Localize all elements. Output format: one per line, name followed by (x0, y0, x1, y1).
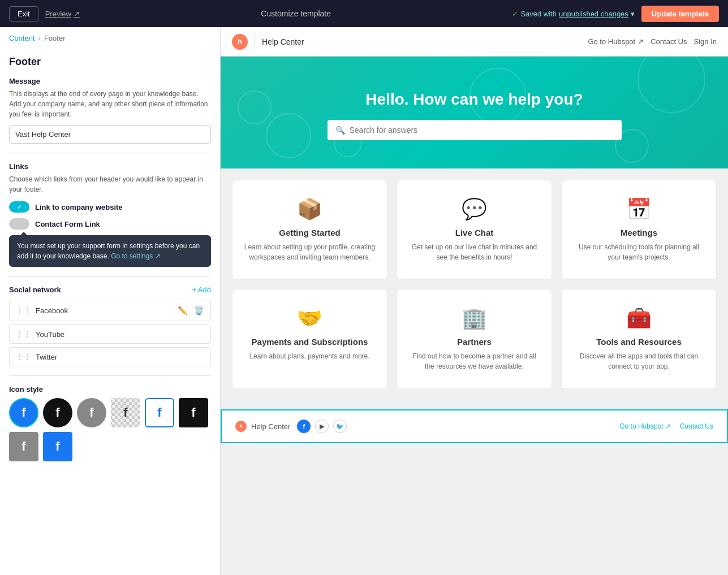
tooltip-text: You must set up your support form in set… (17, 242, 200, 260)
left-panel: Content › Footer Footer Message This dis… (0, 27, 221, 575)
icon-style-blue-circle[interactable]: f (9, 398, 38, 427)
tooltip-arrow (20, 232, 27, 235)
social-name-youtube: YouTube (36, 330, 205, 339)
footer-facebook-icon[interactable]: f (297, 420, 311, 433)
card-desc-getting-started: Learn about setting up your profile, cre… (244, 242, 376, 262)
nav-contact-us[interactable]: Contact Us (651, 37, 687, 46)
icon-style-gray-circle[interactable]: f (77, 398, 106, 427)
hubspot-logo-icon: h (232, 34, 248, 50)
delete-facebook-button[interactable]: 🗑️ (193, 305, 205, 316)
svg-text:h: h (238, 38, 242, 46)
main-layout: Content › Footer Footer Message This dis… (0, 27, 728, 575)
card-partners[interactable]: 🏢 Partners Find out how to become a part… (397, 289, 552, 389)
icon-style-blue-square[interactable]: f (43, 432, 72, 461)
card-meetings[interactable]: 📅 Meetings Use our scheduling tools for … (561, 180, 717, 280)
footer-links: Go to Hubspot ↗ Contact Us (619, 422, 713, 430)
nav-goto-hubspot[interactable]: Go to Hubspot ↗ (588, 37, 644, 46)
company-website-label: Link to company website (35, 203, 123, 211)
message-input[interactable] (9, 125, 211, 144)
card-icon-payments: 🤝 (244, 306, 376, 330)
exit-button[interactable]: Exit (9, 6, 38, 21)
hero-title: Hello. How can we help you? (232, 90, 717, 109)
contact-form-label: Contact Form Link (35, 220, 100, 228)
card-live-chat[interactable]: 💬 Live Chat Get set up on our live chat … (397, 180, 552, 280)
panel-content: Footer Message This displays at the end … (0, 47, 220, 470)
tooltip-box: You must set up your support form in set… (9, 235, 211, 267)
card-title-partners: Partners (408, 337, 540, 347)
card-title-getting-started: Getting Started (244, 228, 376, 237)
search-bar[interactable]: 🔍 (328, 120, 622, 140)
company-website-toggle[interactable]: ✓ (9, 201, 29, 213)
footer-youtube-icon[interactable]: ▶ (315, 420, 329, 433)
card-icon-partners: 🏢 (408, 306, 540, 330)
section-title: Footer (9, 56, 211, 68)
preview-button[interactable]: Preview ↗ (45, 10, 80, 18)
top-bar: Exit Preview ↗ Customize template ✓ Save… (0, 0, 728, 27)
page-title: Customize template (87, 9, 505, 18)
links-desc: Choose which links from your header you … (9, 174, 211, 194)
divider-2 (9, 276, 211, 276)
search-input[interactable] (350, 126, 614, 135)
footer-twitter-icon[interactable]: 🐦 (333, 420, 347, 433)
card-tools[interactable]: 🧰 Tools and Resources Discover all the a… (561, 289, 717, 389)
social-actions-facebook: ✏️ 🗑️ (176, 305, 205, 316)
footer-contact-us[interactable]: Contact Us (680, 422, 713, 430)
icon-style-gray-square[interactable]: f (9, 432, 38, 461)
hero-section: Hello. How can we help you? 🔍 (221, 57, 728, 168)
drag-handle-facebook[interactable]: ⋮⋮ (15, 306, 31, 315)
top-bar-right: ✓ Saved with unpublished changes ▾ Updat… (512, 6, 719, 22)
card-desc-tools: Discover all the apps and tools that can… (573, 351, 705, 371)
icon-style-outline[interactable]: f (145, 398, 174, 427)
icon-style-black-square[interactable]: f (179, 398, 208, 427)
message-label: Message (9, 77, 211, 85)
card-icon-live-chat: 💬 (408, 197, 540, 221)
icon-style-black-circle[interactable]: f (43, 398, 72, 427)
social-label: Social network (9, 286, 61, 294)
footer-hubspot-icon: h (235, 421, 247, 432)
nav-divider (255, 35, 255, 49)
unpublished-changes-link[interactable]: unpublished changes (559, 10, 628, 18)
card-desc-partners: Find out how to become a partner and all… (408, 351, 540, 371)
saved-status: ✓ Saved with unpublished changes ▾ (512, 10, 634, 18)
social-name-facebook: Facebook (36, 306, 172, 315)
breadcrumb: Content › Footer (0, 27, 220, 47)
contact-form-toggle[interactable] (9, 218, 29, 230)
drag-handle-youtube[interactable]: ⋮⋮ (15, 330, 31, 339)
add-social-link[interactable]: + Add (192, 286, 211, 294)
social-item-youtube: ⋮⋮ YouTube (9, 325, 211, 344)
card-desc-payments: Learn about plans, payments and more. (244, 351, 376, 361)
icon-style-label: Icon style (9, 385, 211, 394)
card-payments[interactable]: 🤝 Payments and Subscriptions Learn about… (232, 289, 387, 389)
divider-3 (9, 375, 211, 376)
divider-1 (9, 153, 211, 153)
update-template-button[interactable]: Update template (641, 6, 719, 22)
tooltip-settings-link[interactable]: Go to settings ↗ (111, 252, 160, 260)
contact-form-toggle-row: Contact Form Link (9, 218, 211, 230)
drag-handle-twitter[interactable]: ⋮⋮ (15, 352, 31, 361)
icon-style-checkered[interactable]: f (111, 398, 140, 427)
footer-brand: Help Center (251, 422, 290, 431)
card-title-meetings: Meetings (573, 228, 705, 237)
card-title-live-chat: Live Chat (408, 228, 540, 237)
card-title-tools: Tools and Resources (573, 337, 705, 347)
card-icon-tools: 🧰 (573, 306, 705, 330)
search-icon: 🔍 (335, 126, 345, 135)
footer-preview: h Help Center f ▶ 🐦 Go to Hubspot ↗ Cont… (221, 409, 728, 443)
edit-facebook-button[interactable]: ✏️ (176, 305, 188, 316)
cards-grid-bottom: 🤝 Payments and Subscriptions Learn about… (232, 289, 717, 389)
social-item-facebook: ⋮⋮ Facebook ✏️ 🗑️ (9, 300, 211, 321)
hero-circles (221, 57, 728, 168)
nav-brand: Help Center (262, 37, 304, 46)
svg-text:h: h (239, 423, 243, 429)
card-getting-started[interactable]: 📦 Getting Started Learn about setting up… (232, 180, 387, 280)
nav-sign-in[interactable]: Sign In (694, 37, 717, 46)
social-item-twitter: ⋮⋮ Twitter (9, 347, 211, 366)
footer-logo-area: h Help Center (235, 421, 290, 432)
icon-style-grid: f f f f f f f f (9, 398, 211, 461)
cards-section: 📦 Getting Started Learn about setting up… (221, 168, 728, 409)
links-label: Links (9, 162, 211, 171)
card-desc-meetings: Use our scheduling tools for planning al… (573, 242, 705, 262)
footer-goto-hubspot[interactable]: Go to Hubspot ↗ (619, 422, 670, 430)
breadcrumb-content[interactable]: Content (9, 34, 35, 42)
social-name-twitter: Twitter (36, 353, 205, 361)
